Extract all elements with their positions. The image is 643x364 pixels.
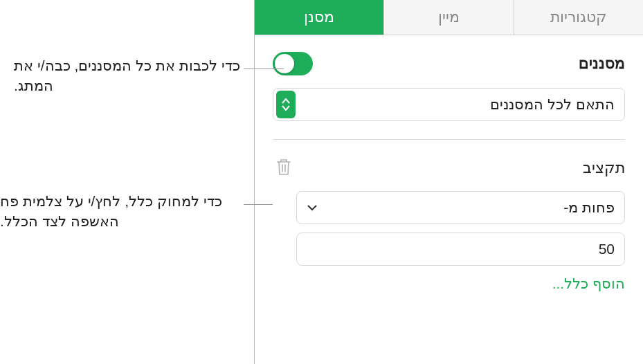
trash-icon[interactable] bbox=[273, 155, 295, 181]
tab-sort[interactable]: מיין bbox=[383, 0, 513, 35]
callout-line bbox=[244, 204, 273, 205]
match-select-label: התאם לכל המסננים bbox=[490, 96, 615, 113]
filters-toggle[interactable] bbox=[273, 52, 313, 75]
condition-select[interactable]: פחות מ- bbox=[296, 191, 625, 224]
add-rule-link[interactable]: הוסף כלל... bbox=[552, 275, 625, 291]
rule-title: תקציב bbox=[583, 159, 625, 177]
tabs-bar: קטגוריות מיין מסנן bbox=[255, 0, 643, 35]
toggle-knob bbox=[275, 54, 294, 73]
tab-categories[interactable]: קטגוריות bbox=[514, 0, 643, 35]
filters-header: מסננים bbox=[255, 35, 643, 88]
filters-title: מסננים bbox=[579, 55, 625, 73]
chevron-down-icon bbox=[307, 201, 318, 214]
callout-line bbox=[244, 69, 284, 69]
match-select[interactable]: התאם לכל המסננים bbox=[273, 88, 625, 121]
filter-panel: קטגוריות מיין מסנן מסננים התאם לכל המסננ… bbox=[254, 0, 643, 364]
rule-body: פחות מ- bbox=[255, 191, 643, 266]
tab-filter[interactable]: מסנן bbox=[255, 0, 383, 35]
tab-label: מסנן bbox=[304, 8, 334, 26]
condition-label: פחות מ- bbox=[563, 199, 615, 216]
tab-label: קטגוריות bbox=[550, 8, 607, 26]
add-rule-row: הוסף כלל... bbox=[255, 266, 643, 302]
callout-toggle: כדי לכבות את כל המסננים, כבה/י את המתג. bbox=[14, 55, 242, 96]
tab-label: מיין bbox=[438, 8, 460, 26]
rule-header: תקציב bbox=[255, 140, 643, 191]
stepper-icon bbox=[276, 91, 296, 118]
match-select-row: התאם לכל המסננים bbox=[255, 88, 643, 135]
callout-trash: כדי למחוק כלל, לחץ/י על צלמית פח האשפה ל… bbox=[0, 191, 242, 232]
value-input[interactable] bbox=[296, 233, 625, 266]
